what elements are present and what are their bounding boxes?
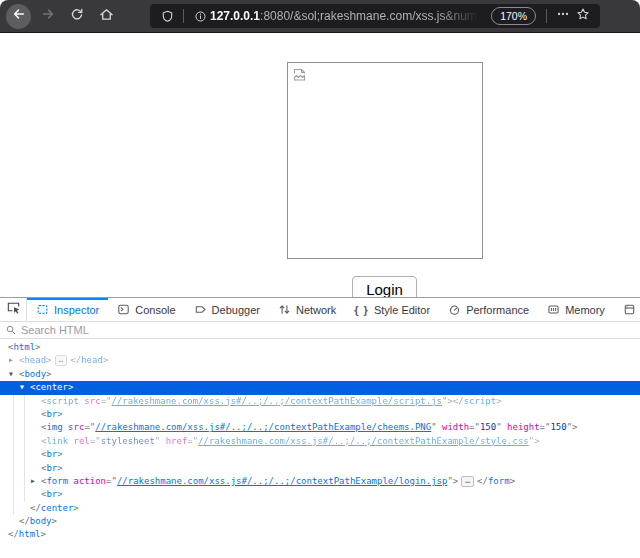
tab-label: Debugger bbox=[212, 304, 260, 316]
punctuation: "> bbox=[567, 422, 578, 432]
attribute-link[interactable]: //rakeshmane.com/xss.js#/..;/..;/context… bbox=[111, 396, 442, 406]
attribute-link[interactable]: //rakeshmane.com/xss.js#/..;/..;/context… bbox=[95, 422, 431, 432]
devtools-search-input[interactable] bbox=[21, 324, 634, 336]
dom-tree-row[interactable]: </body> bbox=[0, 515, 640, 528]
tag-name: center bbox=[41, 503, 74, 513]
dom-tree-row[interactable]: <br> bbox=[0, 448, 640, 461]
dom-tree-row[interactable]: </html> bbox=[0, 528, 640, 541]
dom-tree-row[interactable]: </center> bbox=[0, 502, 640, 515]
tag-name: br bbox=[46, 489, 57, 499]
tab-performance[interactable]: Performance bbox=[439, 298, 538, 321]
punctuation: "> bbox=[447, 476, 458, 486]
reload-button[interactable] bbox=[65, 4, 89, 28]
punctuation: > bbox=[68, 382, 73, 392]
page-content: Login bbox=[0, 34, 640, 297]
firefox-window: 127.0.0.1:8080/&sol;rakeshmane.com/xss.j… bbox=[0, 0, 640, 558]
urlbar-divider-2 bbox=[546, 9, 547, 23]
punctuation: =" bbox=[101, 396, 112, 406]
tag-name: img bbox=[46, 422, 62, 432]
memory-icon bbox=[547, 303, 560, 316]
element-picker-icon bbox=[6, 300, 21, 319]
dom-tree-row[interactable]: <script src="//rakeshmane.com/xss.js#/..… bbox=[0, 395, 640, 408]
search-icon bbox=[6, 321, 16, 339]
punctuation: > bbox=[103, 355, 108, 365]
dom-tree-row[interactable]: ▼<body> bbox=[0, 368, 640, 381]
tab-inspector[interactable]: Inspector bbox=[27, 298, 108, 321]
devtools-toolbar: InspectorConsoleDebuggerNetwork{ }Style … bbox=[0, 298, 640, 322]
attribute-name: action bbox=[68, 476, 106, 486]
forward-button[interactable] bbox=[36, 4, 60, 28]
collapsed-content-badge[interactable]: … bbox=[55, 355, 68, 366]
tag-name: body bbox=[30, 516, 52, 526]
tag-name: head bbox=[24, 355, 46, 365]
storage-icon bbox=[623, 303, 636, 316]
tab-network[interactable]: Network bbox=[269, 298, 345, 321]
punctuation: > bbox=[41, 529, 46, 539]
shield-icon[interactable] bbox=[157, 6, 177, 26]
broken-image-icon bbox=[292, 67, 308, 87]
dom-tree-row[interactable]: ▶<form action="//rakeshmane.com/xss.js#/… bbox=[0, 475, 640, 488]
tag-name: form bbox=[46, 476, 68, 486]
tab-console[interactable]: Console bbox=[108, 298, 184, 321]
devtools-panel: InspectorConsoleDebuggerNetwork{ }Style … bbox=[0, 297, 640, 558]
url-path: :8080/&sol;rakeshmane.com/xss.js&num;/..… bbox=[260, 9, 487, 23]
bookmark-star-button[interactable] bbox=[573, 6, 593, 26]
dom-tree-row[interactable]: <br> bbox=[0, 462, 640, 475]
punctuation: </ bbox=[19, 516, 30, 526]
tab-debugger[interactable]: Debugger bbox=[185, 298, 269, 321]
attribute-name: width bbox=[437, 422, 470, 432]
bookmark-star-icon bbox=[576, 7, 590, 25]
url-bar[interactable]: 127.0.0.1:8080/&sol;rakeshmane.com/xss.j… bbox=[150, 4, 600, 28]
element-picker-button[interactable] bbox=[0, 298, 27, 321]
dom-tree-row[interactable]: <br> bbox=[0, 408, 640, 421]
zoom-indicator[interactable]: 170% bbox=[491, 7, 536, 25]
expand-arrow-icon[interactable]: ▶ bbox=[9, 354, 13, 367]
punctuation: > bbox=[57, 489, 62, 499]
punctuation: =" bbox=[540, 422, 551, 432]
tag-name: html bbox=[19, 529, 41, 539]
tab-label: Style Editor bbox=[374, 304, 430, 316]
punctuation: > bbox=[46, 369, 51, 379]
attribute-name: href bbox=[160, 436, 187, 446]
collapse-arrow-icon[interactable]: ▼ bbox=[20, 381, 24, 394]
dom-tree-row[interactable]: <html> bbox=[0, 341, 640, 354]
tab-label: Memory bbox=[565, 304, 605, 316]
tag-name: script bbox=[464, 396, 497, 406]
home-icon bbox=[99, 7, 114, 26]
dom-tree-row[interactable]: ▼<center> bbox=[0, 381, 640, 394]
collapse-arrow-icon[interactable]: ▼ bbox=[9, 368, 13, 381]
page-actions-icon bbox=[556, 7, 570, 25]
punctuation: > bbox=[46, 355, 51, 365]
home-button[interactable] bbox=[94, 4, 118, 28]
punctuation: > bbox=[73, 503, 78, 513]
reload-icon bbox=[70, 7, 84, 25]
punctuation: =" bbox=[90, 436, 101, 446]
dom-tree-row[interactable]: ▶<head>…</head> bbox=[0, 354, 640, 367]
punctuation: </ bbox=[8, 529, 19, 539]
tab-label: Performance bbox=[466, 304, 529, 316]
url-text[interactable]: 127.0.0.1:8080/&sol;rakeshmane.com/xss.j… bbox=[210, 9, 487, 23]
punctuation: =" bbox=[84, 422, 95, 432]
tab-storage[interactable]: Storage bbox=[614, 298, 640, 321]
attribute-link[interactable]: //rakeshmane.com/xss.js#/..;/..;/context… bbox=[198, 436, 529, 446]
dom-tree-row[interactable]: <br> bbox=[0, 488, 640, 501]
tab-memory[interactable]: Memory bbox=[538, 298, 614, 321]
dom-tree-row[interactable]: <img src="//rakeshmane.com/xss.js#/..;/.… bbox=[0, 421, 640, 434]
tab-style-editor[interactable]: { }Style Editor bbox=[345, 298, 439, 321]
collapsed-content-badge[interactable]: … bbox=[461, 476, 474, 487]
punctuation: </ bbox=[453, 396, 464, 406]
tag-name: script bbox=[46, 396, 79, 406]
punctuation: > bbox=[510, 476, 515, 486]
back-icon bbox=[12, 7, 26, 25]
page-actions-button[interactable] bbox=[553, 6, 573, 26]
attribute-name: rel bbox=[68, 436, 90, 446]
tab-label: Console bbox=[135, 304, 175, 316]
back-button[interactable] bbox=[6, 4, 31, 29]
attribute-link[interactable]: //rakeshmane.com/xss.js#/..;/..;/context… bbox=[117, 476, 448, 486]
expand-arrow-icon[interactable]: ▶ bbox=[31, 475, 35, 488]
punctuation: > bbox=[496, 396, 501, 406]
tag-name: br bbox=[46, 449, 57, 459]
info-icon[interactable] bbox=[190, 6, 210, 26]
dom-tree-row[interactable]: <link rel="stylesheet" href="//rakeshman… bbox=[0, 435, 640, 448]
style-editor-icon: { } bbox=[354, 304, 369, 316]
